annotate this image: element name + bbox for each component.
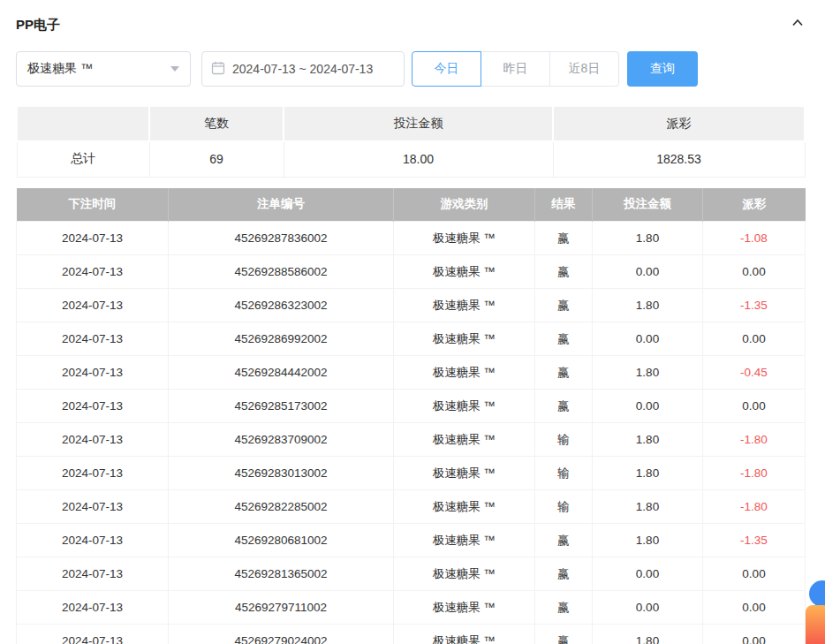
header-result: 结果: [535, 188, 593, 222]
summary-header-blank: [17, 106, 149, 141]
page-title: PP电子: [16, 17, 60, 34]
table-cell: 极速糖果 ™: [394, 457, 535, 490]
table-cell: 输: [535, 490, 593, 524]
table-cell: 2024-07-13: [17, 390, 169, 423]
table-cell: 0.00: [593, 557, 703, 591]
summary-header-bet-amount: 投注金额: [284, 106, 553, 141]
table-cell: 45269283709002: [169, 423, 394, 457]
table-cell: 赢: [535, 591, 593, 625]
header-bet-amount: 投注金额: [593, 188, 703, 222]
floating-service-button[interactable]: [806, 605, 825, 644]
table-cell: 赢: [535, 289, 593, 322]
table-cell: -1.80: [703, 423, 806, 457]
summary-total-row: 总计 69 18.00 1828.53: [17, 141, 805, 177]
table-row: 2024-07-1345269281365002极速糖果 ™赢0.000.00: [17, 557, 806, 591]
table-cell: 2024-07-13: [17, 255, 169, 289]
table-cell: 1.80: [593, 289, 703, 322]
bet-table-body: 2024-07-1345269287836002极速糖果 ™赢1.80-1.08…: [17, 222, 806, 644]
header-payout: 派彩: [703, 188, 806, 222]
table-cell: 0.00: [593, 322, 703, 356]
table-cell: 1.80: [593, 222, 703, 255]
table-cell: 2024-07-13: [17, 356, 169, 390]
header-order-id: 注单编号: [169, 188, 394, 222]
table-cell: 2024-07-13: [17, 289, 169, 322]
pp-electronic-panel: PP电子 极速糖果 ™ 2024-07-13 ~ 2024-07-13 今日 昨…: [0, 0, 825, 644]
table-row: 2024-07-1345269279024002极速糖果 ™赢1.800.00: [17, 625, 806, 644]
table-cell: 45269283013002: [169, 457, 394, 490]
table-row: 2024-07-1345269283709002极速糖果 ™输1.80-1.80: [17, 423, 806, 457]
table-row: 2024-07-1345269282285002极速糖果 ™输1.80-1.80: [17, 490, 806, 524]
table-cell: 2024-07-13: [17, 457, 169, 490]
table-cell: 2024-07-13: [17, 625, 169, 644]
table-cell: 极速糖果 ™: [394, 524, 535, 557]
table-cell: 45269280681002: [169, 524, 394, 557]
table-cell: 极速糖果 ™: [394, 423, 535, 457]
table-cell: 1.80: [593, 423, 703, 457]
table-cell: 极速糖果 ™: [394, 322, 535, 356]
table-cell: 45269285173002: [169, 390, 394, 423]
calendar-icon: [211, 61, 225, 78]
table-row: 2024-07-1345269284442002极速糖果 ™赢1.80-0.45: [17, 356, 806, 390]
table-cell: 赢: [535, 524, 593, 557]
collapse-button[interactable]: [790, 16, 806, 34]
table-cell: 45269287836002: [169, 222, 394, 255]
table-row: 2024-07-1345269283013002极速糖果 ™输1.80-1.80: [17, 457, 806, 490]
table-cell: 极速糖果 ™: [394, 289, 535, 322]
table-row: 2024-07-1345269286323002极速糖果 ™赢1.80-1.35: [17, 289, 806, 322]
today-button[interactable]: 今日: [412, 51, 481, 87]
table-cell: 2024-07-13: [17, 591, 169, 625]
summary-header-count: 笔数: [149, 106, 284, 141]
table-cell: 0.00: [703, 591, 806, 625]
table-cell: 赢: [535, 222, 593, 255]
table-cell: 2024-07-13: [17, 423, 169, 457]
table-cell: 极速糖果 ™: [394, 625, 535, 644]
table-cell: 0.00: [703, 255, 806, 289]
table-cell: 极速糖果 ™: [394, 490, 535, 524]
table-cell: 极速糖果 ™: [394, 557, 535, 591]
table-cell: 输: [535, 457, 593, 490]
table-row: 2024-07-1345269287836002极速糖果 ™赢1.80-1.08: [17, 222, 806, 255]
panel-header: PP电子: [16, 0, 806, 34]
yesterday-button[interactable]: 昨日: [481, 51, 550, 87]
date-range-picker[interactable]: 2024-07-13 ~ 2024-07-13: [201, 51, 405, 87]
table-cell: 2024-07-13: [17, 490, 169, 524]
table-cell: 极速糖果 ™: [394, 591, 535, 625]
table-cell: 1.80: [593, 356, 703, 390]
chevron-down-icon: [170, 66, 179, 72]
table-cell: -1.80: [703, 457, 806, 490]
table-cell: 赢: [535, 557, 593, 591]
table-cell: 45269281365002: [169, 557, 394, 591]
table-row: 2024-07-1345269280681002极速糖果 ™赢1.80-1.35: [17, 524, 806, 557]
game-select[interactable]: 极速糖果 ™: [16, 51, 191, 87]
table-cell: 1.80: [593, 490, 703, 524]
table-cell: 1.80: [593, 524, 703, 557]
table-cell: 1.80: [593, 457, 703, 490]
table-cell: 极速糖果 ™: [394, 255, 535, 289]
chevron-up-icon: [790, 16, 806, 34]
table-cell: 赢: [535, 625, 593, 644]
last-8-days-button[interactable]: 近8日: [549, 51, 619, 87]
table-cell: -1.35: [703, 289, 806, 322]
table-row: 2024-07-1345269285173002极速糖果 ™赢0.000.00: [17, 390, 806, 423]
table-cell: 极速糖果 ™: [394, 390, 535, 423]
summary-total-payout: 1828.53: [553, 141, 805, 177]
table-cell: 0.00: [703, 390, 806, 423]
table-cell: 极速糖果 ™: [394, 222, 535, 255]
table-cell: 2024-07-13: [17, 557, 169, 591]
table-cell: 赢: [535, 322, 593, 356]
search-button[interactable]: 查询: [627, 51, 698, 87]
table-cell: 赢: [535, 356, 593, 390]
bet-table-header-row: 下注时间 注单编号 游戏类别 结果 投注金额 派彩: [17, 188, 806, 222]
table-cell: 赢: [535, 390, 593, 423]
table-cell: 0.00: [703, 625, 806, 644]
table-cell: 45269284442002: [169, 356, 394, 390]
table-cell: 0.00: [703, 557, 806, 591]
table-cell: 45269288586002: [169, 255, 394, 289]
summary-total-count: 69: [149, 141, 284, 177]
table-cell: 45269279711002: [169, 591, 394, 625]
table-cell: 1.80: [593, 625, 703, 644]
table-cell: 输: [535, 423, 593, 457]
table-cell: 2024-07-13: [17, 322, 169, 356]
table-cell: -1.35: [703, 524, 806, 557]
header-bet-time: 下注时间: [17, 188, 169, 222]
